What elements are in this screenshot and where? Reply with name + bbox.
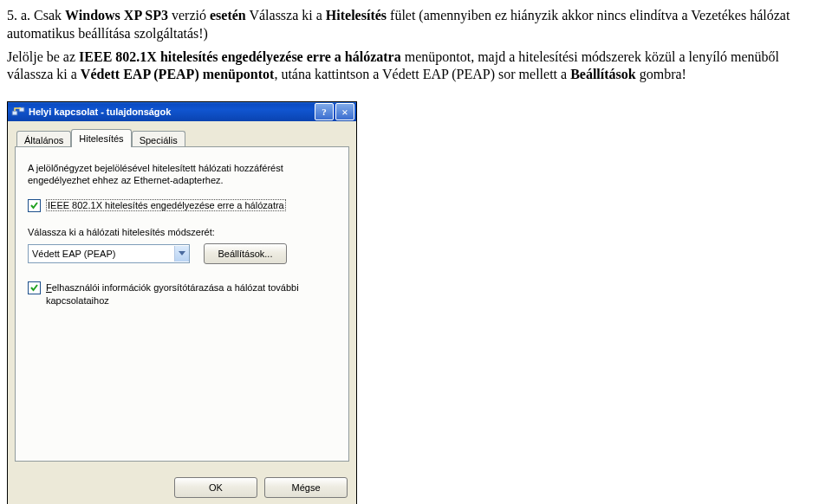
instruction-paragraph: 5. a. Csak Windows XP SP3 verzió esetén …: [7, 7, 825, 43]
properties-dialog: Helyi kapcsolat - tulajdonságok ? × Álta…: [7, 101, 357, 504]
chevron-down-icon: [174, 246, 189, 262]
dialog-button-bar: OK Mégse: [8, 470, 356, 504]
settings-button[interactable]: Beállítások...: [204, 243, 287, 264]
network-icon: [11, 105, 25, 119]
enable-8021x-row: IEEE 802.1X hitelesítés engedélyezése er…: [28, 199, 336, 212]
enable-8021x-checkbox[interactable]: [28, 199, 41, 212]
help-button[interactable]: ?: [315, 103, 334, 120]
tab-bar: Általános Hitelesítés Speciális: [16, 129, 349, 147]
ok-button[interactable]: OK: [174, 477, 257, 498]
svg-rect-0: [12, 111, 17, 115]
cancel-button[interactable]: Mégse: [264, 477, 348, 498]
method-label: Válassza ki a hálózati hitelesítés módsz…: [28, 226, 336, 238]
auth-method-dropdown[interactable]: Védett EAP (PEAP): [28, 244, 190, 263]
titlebar[interactable]: Helyi kapcsolat - tulajdonságok ? ×: [8, 102, 356, 121]
check-icon: [29, 201, 39, 210]
auth-method-value: Védett EAP (PEAP): [29, 248, 174, 260]
auth-description: A jelölőnégyzet bejelölésével hitelesíte…: [28, 163, 336, 187]
window-title: Helyi kapcsolat - tulajdonságok: [29, 106, 313, 118]
instruction-paragraph-2: Jelölje be az IEEE 802.1X hitelesítés en…: [7, 48, 825, 85]
tab-panel-authentication: A jelölőnégyzet bejelölésével hitelesíte…: [15, 146, 349, 462]
tab-authentication[interactable]: Hitelesítés: [71, 129, 131, 147]
cache-credentials-checkbox[interactable]: [28, 281, 41, 294]
cache-credentials-row: Felhasználói információk gyorsítótárazás…: [28, 281, 336, 307]
enable-8021x-label: IEEE 802.1X hitelesítés engedélyezése er…: [46, 199, 336, 211]
close-button[interactable]: ×: [335, 103, 354, 120]
step-number: 5. a.: [7, 8, 30, 23]
check-icon: [29, 283, 39, 293]
cache-credentials-label: Felhasználói információk gyorsítótárazás…: [46, 281, 336, 307]
